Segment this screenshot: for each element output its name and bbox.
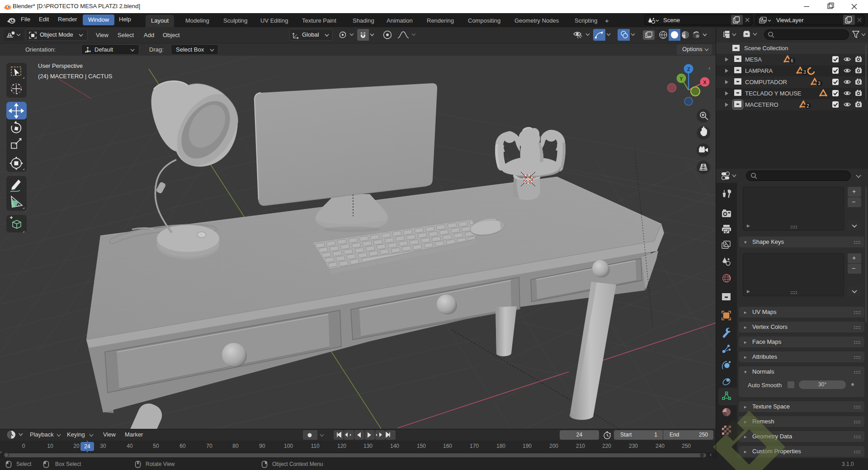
svg-text:LAMPARA: LAMPARA xyxy=(745,67,773,74)
svg-text:MESA: MESA xyxy=(745,56,762,63)
svg-text:MACETERO: MACETERO xyxy=(745,101,778,108)
svg-text:2: 2 xyxy=(807,104,809,109)
svg-text:Y: Y xyxy=(679,76,683,81)
svg-text:6: 6 xyxy=(791,58,793,63)
svg-text:Z: Z xyxy=(687,66,690,72)
svg-text:X: X xyxy=(703,80,707,85)
svg-text:3: 3 xyxy=(818,81,821,86)
svg-text:3: 3 xyxy=(803,70,806,75)
svg-text:COMPUTADOR: COMPUTADOR xyxy=(745,79,787,85)
svg-text:Scene Collection: Scene Collection xyxy=(744,45,788,52)
svg-text:TECLADO Y MOUSE: TECLADO Y MOUSE xyxy=(745,90,802,97)
